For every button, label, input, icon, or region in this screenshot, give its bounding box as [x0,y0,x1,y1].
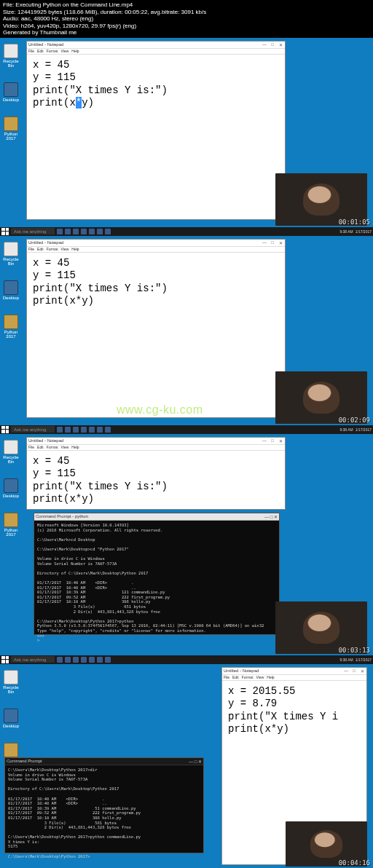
maximize-button-icon[interactable]: □ [270,240,275,245]
close-button-icon[interactable]: ✕ [198,760,202,764]
desktop-icon-desktop[interactable]: Desktop [1,82,20,102]
windows-taskbar[interactable]: Ask me anything 9:38 AM 1/17/2017 [0,227,373,236]
menu-edit[interactable]: Edit [37,49,44,53]
taskbar-app-icon[interactable] [65,229,71,234]
start-button-icon[interactable] [1,228,9,235]
meta-line: Size: 124419925 bytes (118.66 MiB), dura… [3,9,370,16]
notepad-titlebar[interactable]: Untitled - Notepad — □ ✕ [27,42,285,49]
maximize-button-icon[interactable]: □ [270,438,275,443]
close-button-icon[interactable]: ✕ [359,668,365,674]
notepad-titlebar[interactable]: Untitled - Notepad — □ ✕ [222,668,366,675]
taskbar-app-icon[interactable] [73,427,79,433]
menu-help[interactable]: Help [71,247,79,251]
command-prompt-window[interactable]: Command Prompt — □ ✕ C:\Users\Mark\Deskt… [4,757,204,853]
maximize-button-icon[interactable]: □ [270,42,275,47]
minimize-button-icon[interactable]: — [262,240,267,245]
notepad-text-area[interactable]: x = 2015.55 y = 8.79 print("X times Y i … [222,681,366,741]
taskbar-app-icon[interactable] [57,427,63,433]
menu-format[interactable]: Format [47,247,58,251]
menu-help[interactable]: Help [267,675,274,679]
notepad-window[interactable]: Untitled - Notepad — □ ✕ File Edit Forma… [26,239,286,418]
notepad-text-area[interactable]: x = 45 y = 115 print("X times Y is:") pr… [27,253,285,312]
taskbar-app-icon[interactable] [89,427,95,433]
menu-help[interactable]: Help [71,49,79,53]
minimize-button-icon[interactable]: — [343,668,349,674]
taskbar-app-icon[interactable] [89,657,95,663]
taskbar-app-icon[interactable] [97,427,103,433]
taskbar-app-icon[interactable] [81,427,87,433]
desktop-icon-recycle[interactable]: Recycle Bin [1,670,20,694]
minimize-button-icon[interactable]: — [264,515,269,519]
taskbar-app-icon[interactable] [73,229,79,234]
close-button-icon[interactable]: ✕ [278,42,283,47]
taskbar-app-icon[interactable] [73,657,79,663]
taskbar-app-icon[interactable] [105,657,111,663]
taskbar-app-icon[interactable] [65,657,71,663]
windows-taskbar[interactable]: Ask me anything 9:38 AM 1/17/2017 [0,425,373,434]
taskbar-app-icon[interactable] [57,657,63,663]
desktop-icon-recycle[interactable]: Recycle Bin [1,44,20,68]
desktop-icons: Recycle Bin Desktop Python 2017 [1,670,20,767]
cmd-titlebar[interactable]: Command Prompt - python — □ ✕ [34,513,279,521]
desktop-icon-recycle[interactable]: Recycle Bin [1,440,20,464]
menu-format[interactable]: Format [47,445,58,449]
menu-edit[interactable]: Edit [37,445,44,449]
taskbar-app-icon[interactable] [105,427,111,433]
close-button-icon[interactable]: ✕ [278,438,283,443]
notepad-window[interactable]: Untitled - Notepad — □ ✕ File Edit Forma… [26,41,286,220]
notepad-titlebar[interactable]: Untitled - Notepad — □ ✕ [27,240,285,247]
menu-view[interactable]: View [61,247,69,251]
menu-view[interactable]: View [61,49,69,53]
menu-edit[interactable]: Edit [37,247,44,251]
taskbar-search-input[interactable]: Ask me anything [11,656,55,663]
menu-format[interactable]: Format [47,49,58,53]
maximize-button-icon[interactable]: □ [195,760,197,764]
desktop-icon-desktop[interactable]: Desktop [1,280,20,300]
taskbar-search-input[interactable]: Ask me anything [11,228,55,234]
minimize-button-icon[interactable]: — [189,760,193,764]
cmd-text-area[interactable]: C:\Users\Mark\Desktop\Python 2017>dir Vo… [5,765,203,861]
notepad-titlebar[interactable]: Untitled - Notepad — □ ✕ [27,438,285,445]
meta-line: Video: h264, yuv420p, 1280x720, 29.97 fp… [3,23,370,30]
windows-taskbar[interactable]: Ask me anything 9:38 AM 1/17/2017 [0,655,373,664]
menu-help[interactable]: Help [71,445,79,449]
menu-file[interactable]: File [224,675,229,679]
desktop-icons: Recycle Bin Desktop Python 2017 [1,44,20,141]
taskbar-app-icon[interactable] [97,229,103,234]
minimize-button-icon[interactable]: — [262,42,267,47]
desktop-icon-python2017[interactable]: Python 2017 [1,117,20,141]
menu-format[interactable]: Format [242,675,254,679]
taskbar-app-icon[interactable] [65,427,71,433]
desktop-icon-desktop[interactable]: Desktop [1,478,20,498]
desktop-icon-recycle[interactable]: Recycle Bin [1,242,20,266]
command-prompt-window[interactable]: Command Prompt - python — □ ✕ Microsoft … [34,513,280,635]
minimize-button-icon[interactable]: — [262,438,267,443]
taskbar-search-input[interactable]: Ask me anything [11,426,55,433]
menu-file[interactable]: File [28,49,34,53]
maximize-button-icon[interactable]: □ [270,515,273,519]
menu-view[interactable]: View [256,675,264,679]
menu-file[interactable]: File [28,445,34,449]
start-button-icon[interactable] [1,656,9,663]
taskbar-app-icon[interactable] [57,229,63,234]
taskbar-app-icon[interactable] [105,229,111,234]
taskbar-app-icon[interactable] [81,657,87,663]
taskbar-app-icon[interactable] [97,657,103,663]
cmd-titlebar[interactable]: Command Prompt — □ ✕ [5,758,203,765]
cmd-text-area[interactable]: Microsoft Windows [Version 10.0.14393] (… [34,521,279,645]
taskbar-app-icon[interactable] [81,229,87,234]
notepad-text-area[interactable]: x = 45 y = 115 print("X times Y is:") pr… [27,55,285,114]
start-button-icon[interactable] [1,426,9,433]
desktop-icon-python2017[interactable]: Python 2017 [1,513,20,537]
menu-view[interactable]: View [61,445,69,449]
desktop-icon-python2017[interactable]: Python 2017 [1,315,20,339]
taskbar-app-icon[interactable] [89,229,95,234]
menu-file[interactable]: File [28,247,34,251]
close-button-icon[interactable]: ✕ [274,515,278,519]
close-button-icon[interactable]: ✕ [278,240,283,245]
notepad-text-area[interactable]: x = 45 y = 115 print("X times Y is:") pr… [27,451,285,510]
menu-edit[interactable]: Edit [232,675,239,679]
desktop-icon-desktop[interactable]: Desktop [1,709,20,728]
maximize-button-icon[interactable]: □ [351,668,357,674]
notepad-window[interactable]: Untitled - Notepad — □ ✕ File Edit Forma… [26,437,286,510]
